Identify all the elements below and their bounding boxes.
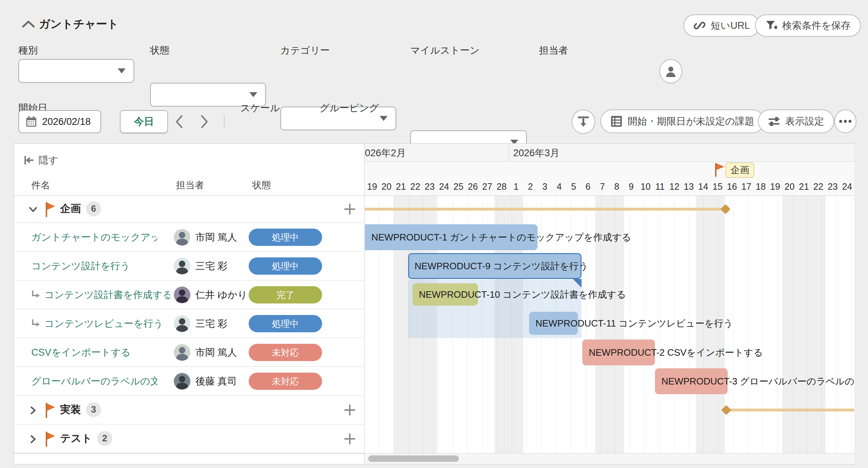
gantt-bar-label: NEWPRODUCT-2 CSVをインポートする — [589, 339, 763, 365]
chevron-right-icon[interactable] — [28, 435, 38, 444]
day-number: 20 — [379, 181, 394, 192]
day-number: 18 — [754, 181, 768, 192]
save-search-button[interactable]: 検索条件を保存 — [755, 14, 861, 37]
day-number: 13 — [682, 181, 696, 192]
more-button[interactable] — [834, 109, 856, 133]
group-row: 実装3 — [14, 396, 364, 424]
next-period-icon[interactable] — [196, 114, 212, 130]
day-number: 6 — [581, 181, 595, 192]
jump-down-icon — [577, 115, 590, 128]
prev-period-icon[interactable] — [171, 114, 187, 130]
table-row: グローバルバーのラベルの文言...後藤 真司未対応 — [14, 367, 364, 396]
day-number: 4 — [552, 181, 566, 192]
column-header-subject: 件名 — [31, 179, 50, 192]
day-number: 24 — [437, 181, 451, 192]
milestone-flag-label: 企画 — [725, 162, 754, 178]
milestone-line-実装 — [726, 409, 854, 411]
more-dots-icon — [838, 119, 852, 123]
issue-subject-link[interactable]: ガントチャートのモックアップ... — [31, 231, 157, 244]
month-label: 2026年3月 — [513, 147, 560, 159]
start-date-value: 2026/02/18 — [42, 116, 91, 127]
page-title: ガントチャート — [39, 17, 118, 32]
unset-issues-button[interactable]: 開始・期限日が未設定の課題 — [600, 109, 764, 133]
assignee-self-button[interactable] — [659, 59, 682, 84]
day-number: 28 — [494, 181, 509, 192]
hide-panel-button[interactable]: 隠す — [23, 154, 58, 167]
jump-to-date-button[interactable] — [571, 109, 595, 134]
day-number: 1 — [509, 181, 523, 192]
table-footer — [14, 453, 364, 464]
issue-subject-link[interactable]: コンテンツ設計書を作成する — [44, 288, 170, 301]
chevron-right-icon[interactable] — [28, 406, 38, 415]
assignee-name: 仁井 ゆかり — [195, 288, 247, 301]
day-number: 21 — [797, 181, 811, 192]
issue-count-badge: 6 — [86, 201, 101, 216]
gantt-bar-label: NEWPRODUCT-3 グローバルバーのラベルの文言を — [661, 368, 854, 394]
chevron-down-icon[interactable] — [28, 205, 38, 214]
status-badge: 未対応 — [249, 344, 322, 361]
day-number: 19 — [768, 181, 782, 192]
divider — [224, 114, 225, 129]
table-row: コンテンツ設計を行う三宅 彩処理中 — [14, 252, 364, 280]
chevron-down-icon — [249, 92, 257, 97]
milestone-flag-icon — [715, 163, 725, 177]
collapse-chevron-icon[interactable] — [22, 19, 35, 30]
day-number: 19 — [365, 181, 379, 192]
filter-label-0: 種別 — [18, 44, 38, 57]
day-number: 23 — [422, 181, 437, 192]
issue-subject-link[interactable]: グローバルバーのラベルの文言... — [31, 375, 157, 388]
column-header-status: 状態 — [252, 179, 271, 192]
milestone-line-企画 — [365, 208, 725, 211]
day-number: 12 — [667, 181, 682, 192]
day-number: 8 — [610, 181, 624, 192]
status-badge: 未対応 — [249, 373, 322, 390]
filter-plus-icon — [765, 19, 777, 32]
avatar — [174, 373, 190, 390]
day-number: 21 — [394, 181, 408, 192]
unset-issues-label: 開始・期限日が未設定の課題 — [628, 115, 754, 128]
assignee-name: 三宅 彩 — [195, 260, 227, 273]
sliders-icon — [768, 115, 780, 127]
day-number: 3 — [538, 181, 552, 192]
start-date-input[interactable]: 2026/02/18 — [18, 110, 101, 133]
link-icon — [693, 19, 706, 32]
avatar — [174, 344, 190, 361]
table-row: コンテンツレビューを行う三宅 彩処理中 — [14, 309, 364, 338]
status-badge: 処理中 — [249, 315, 322, 332]
scale-label: スケール — [240, 102, 280, 114]
subtask-arrow-icon — [31, 290, 41, 300]
horizontal-scrollbar-thumb[interactable] — [368, 455, 459, 462]
task-table-pane: 隠す 件名 担当者 状態 企画6ガントチャートのモックアップ...市岡 篤人処理… — [14, 144, 364, 464]
day-number: 25 — [451, 181, 466, 192]
add-issue-button[interactable] — [344, 404, 356, 416]
short-url-button[interactable]: 短いURL — [683, 14, 760, 37]
group-name: テスト2 — [60, 431, 112, 446]
add-issue-button[interactable] — [344, 203, 356, 215]
add-issue-button[interactable] — [344, 433, 356, 445]
filter-label-2: カテゴリー — [280, 44, 330, 57]
gantt-chart-pane: 2026年2月2026年3月19202122232425262728123456… — [364, 144, 854, 464]
table-row: ガントチャートのモックアップ...市岡 篤人処理中 — [14, 223, 364, 252]
display-settings-button[interactable]: 表示設定 — [758, 109, 834, 133]
filter-select-0[interactable] — [18, 59, 134, 83]
today-button[interactable]: 今日 — [120, 110, 168, 133]
day-number: 2 — [523, 181, 538, 192]
assignee-name: 市岡 篤人 — [195, 346, 237, 359]
short-url-label: 短いURL — [711, 19, 750, 32]
issue-subject-link[interactable]: コンテンツ設計を行う — [31, 260, 130, 273]
calendar-icon — [26, 116, 37, 127]
avatar — [174, 258, 190, 274]
milestone-flag-icon — [45, 432, 56, 447]
day-number: 14 — [696, 181, 710, 192]
assignee-name: 三宅 彩 — [195, 317, 227, 330]
chevron-down-icon — [118, 68, 126, 73]
milestone-flag-icon — [45, 403, 56, 418]
month-label: 2026年2月 — [364, 147, 406, 159]
day-number: 20 — [782, 181, 797, 192]
issue-count-badge: 2 — [97, 431, 112, 446]
filter-label-4: 担当者 — [539, 44, 568, 57]
day-number: 15 — [710, 181, 725, 192]
issue-subject-link[interactable]: コンテンツレビューを行う — [44, 317, 163, 330]
issue-subject-link[interactable]: CSVをインポートする — [31, 346, 131, 359]
table-row: コンテンツ設計書を作成する仁井 ゆかり完了 — [14, 280, 364, 309]
